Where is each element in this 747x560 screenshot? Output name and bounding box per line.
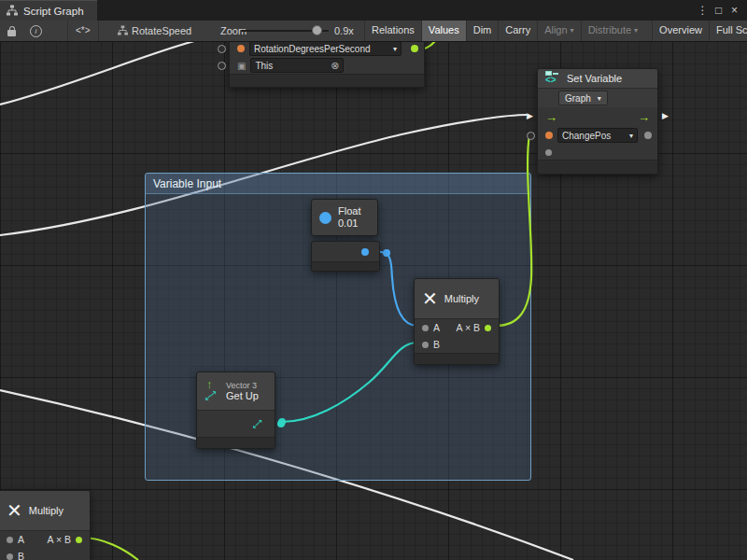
float-value[interactable]: 0.01 xyxy=(338,217,360,230)
values-button[interactable]: Values xyxy=(421,21,466,41)
target-label: This xyxy=(255,61,273,71)
variable-name-dropdown[interactable]: RotationDegreesPerSecond ▾ xyxy=(249,41,402,56)
vector3-up-icon: ↑ ↗ ↙ xyxy=(204,379,219,403)
wire-teal-getup-to-multiply-b[interactable] xyxy=(282,343,417,422)
float-type-icon xyxy=(319,212,331,224)
circle-x-icon[interactable]: ⊗ xyxy=(331,60,339,72)
node-footer xyxy=(415,353,499,364)
chevron-down-icon: ▾ xyxy=(598,94,601,103)
relations-button[interactable]: Relations xyxy=(364,21,421,41)
node-footer xyxy=(312,261,379,271)
chevron-down-icon: ▾ xyxy=(629,132,633,140)
window-controls: ⋮ □ × xyxy=(695,0,747,21)
output-label: A × B xyxy=(457,322,480,333)
graph-toolbar: i <*> RotateSpeed Zoom 0.9x Relations Va… xyxy=(0,21,747,42)
input-b-port[interactable] xyxy=(422,342,429,348)
dim-button[interactable]: Dim xyxy=(466,21,499,41)
output-port[interactable] xyxy=(485,325,491,331)
node-float-output[interactable] xyxy=(311,241,380,272)
zoom-slider-knob[interactable] xyxy=(312,25,322,35)
output-port[interactable] xyxy=(76,537,82,543)
variable-kind-dot xyxy=(237,45,245,52)
distribute-button[interactable]: Distribute▾ xyxy=(581,21,644,41)
node-float-literal[interactable]: Float 0.01 xyxy=(311,199,378,236)
flow-in-arrow-icon[interactable]: → xyxy=(545,111,557,123)
multiply-icon: ✕ xyxy=(422,289,438,308)
float-output-port[interactable] xyxy=(361,248,369,256)
output-port[interactable] xyxy=(644,132,652,139)
node-header: <> Set Variable xyxy=(538,69,657,89)
node-title: Float xyxy=(338,205,360,217)
target-field[interactable]: This ⊗ xyxy=(250,58,344,73)
set-variable-icon: <> xyxy=(545,71,560,86)
wire-green-multiply-to-changepos[interactable] xyxy=(496,134,531,326)
scope-label: Graph xyxy=(565,93,591,104)
input-a-label: A xyxy=(18,534,24,545)
variable-name-dropdown[interactable]: ChangePos ▾ xyxy=(557,128,638,143)
node-header: ✕ Multiply xyxy=(415,279,499,319)
variable-row: RotationDegreesPerSecond ▾ xyxy=(230,41,424,57)
tab-title: Script Graph xyxy=(23,6,84,17)
graph-canvas[interactable]: Variable Input RotationDegreesPerSecond … xyxy=(0,41,747,560)
input-port[interactable] xyxy=(545,149,552,156)
node-footer xyxy=(197,437,275,448)
variable-row: ChangePos ▾ xyxy=(538,126,657,145)
scope-dropdown[interactable]: Graph ▾ xyxy=(558,91,608,105)
carry-button[interactable]: Carry xyxy=(498,21,537,41)
variable-name: RotationDegreesPerSecond xyxy=(254,44,371,54)
input-a-port[interactable] xyxy=(422,325,429,331)
scope-row: Graph ▾ xyxy=(538,89,657,107)
variable-kind-dot xyxy=(545,132,553,139)
value-input-port[interactable] xyxy=(527,132,535,140)
chevron-down-icon: ▾ xyxy=(393,45,397,53)
extra-port-row xyxy=(538,145,657,160)
type-label: Vector 3 xyxy=(226,381,259,390)
node-get-variable[interactable]: RotationDegreesPerSecond ▾ ▣ This ⊗ xyxy=(229,41,425,88)
graph-name-label: RotateSpeed xyxy=(132,21,191,41)
input-a-port[interactable] xyxy=(7,537,13,543)
flow-in-triangle[interactable]: ▶ xyxy=(527,112,533,120)
node-multiply[interactable]: ✕ Multiply A A × B B xyxy=(414,278,500,365)
input-port[interactable] xyxy=(218,45,226,53)
node-header: ✕ Multiply xyxy=(0,491,90,531)
node-footer xyxy=(230,74,424,87)
tab-script-graph[interactable]: Script Graph xyxy=(0,0,97,21)
node-title: Multiply xyxy=(29,505,63,516)
cube-icon: ▣ xyxy=(237,61,246,71)
maximize-icon[interactable]: □ xyxy=(711,4,726,17)
wire-green-bottom[interactable] xyxy=(82,538,138,560)
chevron-down-icon: ▾ xyxy=(571,26,574,35)
menu-icon[interactable]: ⋮ xyxy=(695,4,711,17)
close-icon[interactable]: × xyxy=(726,4,742,17)
node-title: Set Variable xyxy=(567,73,622,84)
flow-out-arrow-icon[interactable]: → xyxy=(638,111,650,123)
code-icon[interactable]: <*> xyxy=(67,21,99,41)
node-get-up[interactable]: ↑ ↗ ↙ Vector 3 Get Up ↗ ↙ xyxy=(196,371,275,449)
target-row: ▣ This ⊗ xyxy=(230,57,424,74)
vector3-icon: ↗ ↙ xyxy=(252,418,263,429)
align-button[interactable]: Align▾ xyxy=(537,21,580,41)
input-a-row: A A × B xyxy=(0,531,90,548)
input-b-row: B xyxy=(415,336,499,353)
input-b-label: B xyxy=(433,339,440,350)
multiply-icon: ✕ xyxy=(7,501,22,520)
script-graph-icon xyxy=(7,5,18,18)
wire-blue-bend-dot[interactable] xyxy=(383,249,390,257)
input-port[interactable] xyxy=(218,62,226,70)
overview-button[interactable]: Overview xyxy=(652,21,709,41)
info-icon[interactable]: i xyxy=(30,25,42,37)
fullscreen-button[interactable]: Full Screen xyxy=(709,21,747,41)
node-multiply-2[interactable]: ✕ Multiply A A × B B xyxy=(0,490,91,560)
flow-out-triangle[interactable]: ▶ xyxy=(662,112,669,120)
node-header: ↑ ↗ ↙ Vector 3 Get Up xyxy=(197,372,275,411)
vector-output-port[interactable] xyxy=(277,420,285,427)
input-a-row: A A × B xyxy=(415,319,499,336)
graph-asset-icon xyxy=(118,25,128,37)
input-b-port[interactable] xyxy=(7,553,13,560)
node-set-variable[interactable]: <> Set Variable Graph ▾ ▶ → → ▶ Ch xyxy=(537,68,658,175)
node-footer xyxy=(538,160,657,174)
lock-icon[interactable] xyxy=(7,30,16,36)
value-output-port[interactable] xyxy=(411,45,418,52)
chevron-down-icon: ▾ xyxy=(634,26,638,35)
output-row xyxy=(312,242,379,261)
